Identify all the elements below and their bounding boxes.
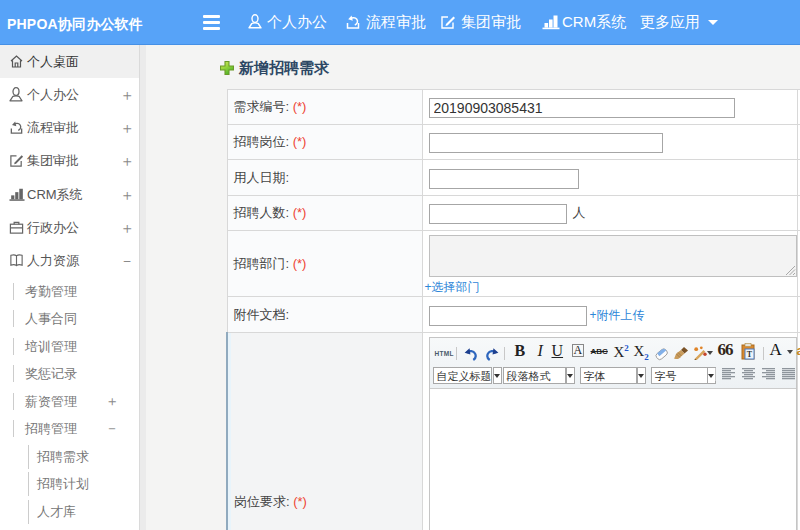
- svg-text:T: T: [746, 350, 752, 359]
